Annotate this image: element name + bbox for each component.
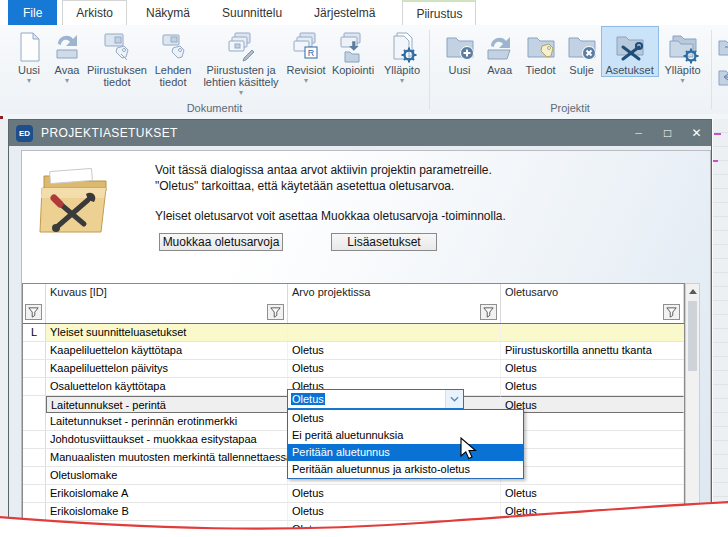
combobox-arrow[interactable]: [445, 390, 463, 408]
drawing-panel-edge: [713, 119, 728, 537]
new-project-icon: [443, 30, 477, 64]
filter-input-kuvaus[interactable]: [46, 300, 288, 323]
open-project-button[interactable]: Avaa: [480, 27, 520, 76]
project-settings-icon: [613, 30, 647, 64]
cell-arvo[interactable]: Oletus: [288, 521, 501, 537]
svg-text:R: R: [308, 48, 315, 58]
cell-kuvaus: Johdotusviittaukset - muokkaa esitystapa…: [46, 431, 288, 448]
project-settings-button[interactable]: Asetukset: [602, 27, 658, 76]
tab-file[interactable]: File: [8, 0, 57, 25]
button-label: Lehden tiedot: [148, 64, 198, 88]
minimize-button[interactable]: –: [624, 120, 653, 146]
table-row[interactable]: Erikoislomake C Oletus Oletus: [23, 521, 684, 537]
button-label: Piirustuksen tiedot: [86, 64, 148, 88]
table-row[interactable]: Erikoislomake A Oletus Oletus: [23, 485, 684, 503]
close-project-icon: [565, 30, 599, 64]
project-maintenance-button[interactable]: Ylläpito ▾: [658, 27, 708, 85]
row-marker: [23, 396, 46, 413]
column-header-arvo[interactable]: Arvo projektissa: [288, 284, 501, 300]
folder-tools-icon: [36, 164, 114, 244]
tab-nakyma[interactable]: Näkymä: [133, 0, 203, 25]
ribbon-group-label: Projektit: [430, 102, 711, 114]
dropdown-option[interactable]: Oletus: [288, 410, 523, 427]
dropdown-option[interactable]: Ei peritä aluetunnuksia: [288, 427, 523, 444]
table-header: Kuvaus [ID] Arvo projektissa Oletusarvo: [23, 284, 684, 300]
row-marker: [23, 413, 46, 430]
table-row[interactable]: Erikoislomake B Oletus Oletus: [23, 503, 684, 521]
open-document-button[interactable]: Avaa ▾: [48, 27, 86, 85]
button-label: Avaa: [55, 64, 80, 76]
filter-button[interactable]: [663, 304, 680, 320]
table-row[interactable]: L Yleiset suunnitteluasetukset: [23, 324, 684, 342]
row-marker: [23, 431, 46, 448]
drawing-artifact: [713, 160, 718, 162]
drawing-info-button[interactable]: Piirustuksen tiedot: [86, 27, 148, 88]
dropdown-option[interactable]: Peritään aluetunnus ja arkisto-oletus: [288, 461, 523, 478]
ribbon: Uusi ▾ Avaa ▾ Piirustuksen tiedot Lehden…: [0, 25, 728, 115]
button-label: Piirustusten ja lehtien käsittely: [198, 64, 284, 88]
cell-arvo[interactable]: Oletus: [288, 342, 501, 359]
copy-icon: [336, 30, 370, 64]
scroll-up-icon[interactable]: [686, 284, 699, 299]
filter-button[interactable]: [25, 304, 42, 320]
column-header-oletusarvo[interactable]: Oletusarvo: [501, 284, 684, 300]
manage-drawings-button[interactable]: Piirustusten ja lehtien käsittely ▾: [198, 27, 284, 97]
chevron-down-icon: ▾: [239, 89, 243, 97]
row-marker: [23, 503, 46, 520]
row-marker: [23, 342, 46, 359]
cell-arvo[interactable]: Oletus: [288, 503, 501, 520]
cell-oletusarvo: [501, 324, 684, 341]
new-document-button[interactable]: Uusi ▾: [10, 27, 48, 85]
ribbon-group-projektit: Uusi Avaa Tiedot Sulje Asetukset Ylläpit…: [430, 25, 711, 114]
revisions-button[interactable]: R Revisiot ▾: [284, 27, 328, 85]
cell-kuvaus: Kaapeliluettelon käyttötapa: [46, 342, 288, 359]
table-row[interactable]: Kaapeliluettelon päivitys Oletus Oletus: [23, 360, 684, 378]
cell-kuvaus: Laitetunnukset - perinnän erotinmerkki: [46, 413, 288, 430]
sheet-info-icon: [156, 30, 190, 64]
cell-arvo[interactable]: Oletus: [288, 360, 501, 377]
cell-kuvaus: Erikoislomake C: [46, 521, 288, 537]
copy-button[interactable]: Kopiointi: [328, 27, 378, 76]
chevron-down-icon: ▾: [27, 77, 31, 85]
sheet-info-button[interactable]: Lehden tiedot: [148, 27, 198, 88]
combobox-value[interactable]: Oletus: [288, 390, 445, 408]
dropdown-option-highlighted[interactable]: Peritään aluetunnus: [288, 444, 523, 461]
scrollbar-thumb[interactable]: [688, 301, 697, 371]
tab-jarjestelma[interactable]: Järjestelmä: [301, 0, 388, 25]
tab-suunnittelu[interactable]: Suunnittelu: [209, 0, 295, 25]
combobox-dropdown: Oletus Ei peritä aluetunnuksia Peritään …: [287, 409, 524, 479]
table-row[interactable]: Kaapeliluettelon käyttötapa Oletus Piiru…: [23, 342, 684, 360]
document-maintenance-button[interactable]: Ylläpito ▾: [378, 27, 426, 85]
column-header-kuvaus[interactable]: Kuvaus [ID]: [46, 284, 288, 300]
maximize-button[interactable]: □: [653, 120, 682, 146]
close-button[interactable]: ✕: [682, 120, 711, 146]
project-info-button[interactable]: Tiedot: [520, 27, 562, 76]
value-combobox[interactable]: Oletus: [287, 389, 464, 409]
advanced-settings-button[interactable]: Lisäasetukset: [331, 233, 437, 251]
new-project-button[interactable]: Uusi: [440, 27, 480, 76]
button-label: Tiedot: [525, 64, 555, 76]
filter-input-arvo[interactable]: [288, 300, 501, 323]
close-project-button[interactable]: Sulje: [562, 27, 602, 76]
cell-arvo[interactable]: [288, 324, 501, 341]
tab-arkisto[interactable]: Arkisto: [62, 0, 127, 25]
dialog-titlebar[interactable]: ED PROJEKTIASETUKSET – □ ✕: [9, 120, 711, 146]
filter-button[interactable]: [480, 304, 497, 320]
project-maintenance-icon: [666, 30, 700, 64]
cell-arvo[interactable]: Oletus: [288, 485, 501, 502]
filter-input-oletusarvo[interactable]: [501, 300, 684, 323]
button-label: Revisiot: [286, 64, 325, 76]
manage-drawings-icon: [224, 30, 258, 64]
intro-text-line1: Voit tässä dialogissa antaa arvot aktiiv…: [155, 163, 492, 177]
cell-kuvaus: Kaapeliluettelon päivitys: [46, 360, 288, 377]
edit-defaults-button[interactable]: Muokkaa oletusarvoja: [159, 233, 283, 251]
cell-kuvaus: Manuaalisten muutosten merkintä tallenne…: [46, 449, 288, 466]
table-scrollbar[interactable]: [685, 283, 700, 537]
cell-oletusarvo: [501, 413, 684, 430]
cell-oletusarvo: Oletus: [501, 396, 684, 413]
tab-piirustus[interactable]: Piirustus: [402, 0, 476, 25]
button-label: Avaa: [487, 64, 512, 76]
filter-button[interactable]: [267, 304, 284, 320]
filter-icon: [28, 307, 39, 318]
cell-oletusarvo: Oletus: [501, 503, 684, 520]
